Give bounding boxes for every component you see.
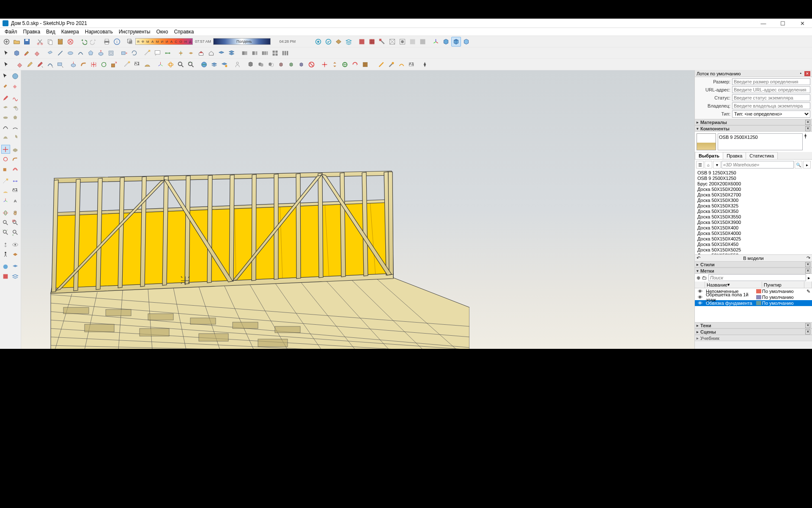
lt-ext-icon[interactable] <box>1 272 10 281</box>
geo-icon[interactable] <box>199 60 209 69</box>
lt-select-icon[interactable] <box>1 72 10 80</box>
owner-input[interactable] <box>732 102 810 109</box>
list-item[interactable]: OSB 9 1250Х1250 <box>695 170 812 175</box>
search-icon[interactable]: 🔍 <box>795 161 802 168</box>
print-icon[interactable] <box>102 37 112 47</box>
lt-walk-icon[interactable] <box>1 250 10 259</box>
menu-edit[interactable]: Правка <box>20 29 44 35</box>
select2-icon[interactable] <box>2 60 11 69</box>
url-input[interactable] <box>732 86 810 93</box>
lt-look-icon[interactable] <box>11 240 20 249</box>
lt-sandbox-icon[interactable] <box>11 262 20 271</box>
shadow-icon[interactable] <box>125 37 135 47</box>
rect-icon[interactable] <box>45 48 55 58</box>
line-icon[interactable] <box>55 48 65 58</box>
open-icon[interactable] <box>12 37 22 47</box>
materials-panel-header[interactable]: ▸Материалы✕ <box>695 119 812 125</box>
lt-pencil-icon[interactable] <box>1 94 10 102</box>
sand5-icon[interactable] <box>360 60 370 69</box>
texture1-icon[interactable] <box>357 37 367 47</box>
menu-file[interactable]: Файл <box>2 29 20 35</box>
lt-zoomwin-icon[interactable] <box>11 218 20 227</box>
texture4-icon[interactable] <box>387 37 397 47</box>
lt-tape-icon[interactable] <box>1 177 10 185</box>
axis-icon[interactable] <box>431 37 441 47</box>
house-icon[interactable] <box>196 48 206 58</box>
layers2-icon[interactable] <box>217 48 226 58</box>
follow-icon[interactable] <box>79 60 88 69</box>
list-item[interactable]: Доска 50Х150Х325 <box>695 203 812 208</box>
component-pin-icon[interactable]: ǂ <box>804 133 810 150</box>
lt-protractor-icon[interactable] <box>1 186 10 195</box>
visibility-icon[interactable]: 👁 <box>695 301 705 306</box>
ext3-icon[interactable] <box>397 60 406 69</box>
component-name[interactable]: OSB 9 2500Х1250 <box>718 133 803 150</box>
list-item[interactable]: Брус 200Х200Х6000 <box>695 181 812 186</box>
solid4-icon[interactable] <box>276 60 286 69</box>
sand1-icon[interactable] <box>320 60 329 69</box>
axes-icon[interactable] <box>156 60 165 69</box>
size-input[interactable] <box>732 78 810 85</box>
lt-circle-icon[interactable] <box>1 113 10 122</box>
lt-geo-icon[interactable] <box>1 262 10 271</box>
outliner2-icon[interactable] <box>324 37 333 47</box>
list-item[interactable]: OSB 9 2500Х1250 <box>695 175 812 181</box>
cut-icon[interactable] <box>35 37 45 47</box>
list-item[interactable]: Доска 50Х150Х4000 <box>695 230 812 236</box>
move2-icon[interactable] <box>119 48 129 58</box>
scale-icon[interactable] <box>109 60 119 69</box>
nav-icon[interactable]: ▸ <box>803 161 811 168</box>
lt-rect-icon[interactable] <box>1 103 10 112</box>
solid7-icon[interactable] <box>307 60 316 69</box>
protractor-icon[interactable] <box>143 60 152 69</box>
tags-panel-header[interactable]: ▾Метки✕ <box>695 268 812 274</box>
lt-text-icon[interactable]: A1 <box>11 186 20 195</box>
solid1-icon[interactable] <box>246 60 255 69</box>
menu-draw[interactable]: Нарисовать <box>82 29 116 35</box>
select-icon[interactable] <box>2 48 11 58</box>
delete-icon[interactable] <box>66 37 75 47</box>
3d-viewport[interactable] <box>21 70 694 349</box>
lt-eraser-icon[interactable] <box>11 81 20 90</box>
learn-panel-header[interactable]: ▸Учебник <box>695 335 812 341</box>
rotate2-icon[interactable] <box>129 48 139 58</box>
pencil-dd-icon[interactable] <box>35 60 45 69</box>
lt-sphere-icon[interactable] <box>11 72 20 80</box>
tape2-icon[interactable] <box>122 60 132 69</box>
rotate3-icon[interactable] <box>99 60 109 69</box>
lt-3arc-icon[interactable] <box>1 133 10 141</box>
menu-camera[interactable]: Камера <box>58 29 82 35</box>
tray-header[interactable]: Лоток по умолчанию ▪ ✕ <box>695 70 812 77</box>
pin-icon[interactable]: ▪ <box>798 71 804 76</box>
forward-icon[interactable]: ↷ <box>807 255 810 261</box>
house2-icon[interactable] <box>206 48 216 58</box>
iso-icon[interactable] <box>441 37 451 47</box>
components-panel-header[interactable]: ▾Компоненты✕ <box>695 125 812 132</box>
lt-scale-icon[interactable] <box>1 164 10 173</box>
texture7-icon[interactable] <box>418 37 428 47</box>
lt-dims-icon[interactable] <box>11 177 20 185</box>
home-icon[interactable]: ⌂ <box>705 161 712 168</box>
list-item[interactable]: Доска 50Х150Х3550 <box>695 214 812 219</box>
lt-rotate-icon[interactable] <box>1 155 10 163</box>
menu-window[interactable]: Окно <box>153 29 171 35</box>
tag-search-input[interactable] <box>708 274 806 281</box>
lt-section-icon[interactable] <box>11 250 20 259</box>
add-tag-icon[interactable]: ⊕ <box>697 275 700 281</box>
orbit2-icon[interactable] <box>166 60 176 69</box>
shadows-panel-header[interactable]: ▸Тени✕ <box>695 322 812 329</box>
type-select[interactable]: Тип: <не определено> <box>732 110 810 118</box>
ext4-icon[interactable]: A1 <box>407 60 417 69</box>
visibility-icon[interactable]: 👁 <box>695 289 705 294</box>
copy-icon[interactable] <box>45 37 55 47</box>
dropdown-icon[interactable]: ▾ <box>713 161 721 168</box>
group3-icon[interactable] <box>260 48 270 58</box>
tag-row[interactable]: 👁Обрешетка пола 1й этажПо умолчанию <box>695 294 812 300</box>
solid6-icon[interactable] <box>296 60 306 69</box>
tab-stats[interactable]: Статистика <box>746 152 778 159</box>
tape-icon[interactable] <box>143 48 152 58</box>
lt-orbit-icon[interactable] <box>1 208 10 217</box>
group2-icon[interactable] <box>250 48 260 58</box>
pan-icon[interactable] <box>186 48 196 58</box>
list-item[interactable]: Доска 50Х150Х350 <box>695 208 812 214</box>
